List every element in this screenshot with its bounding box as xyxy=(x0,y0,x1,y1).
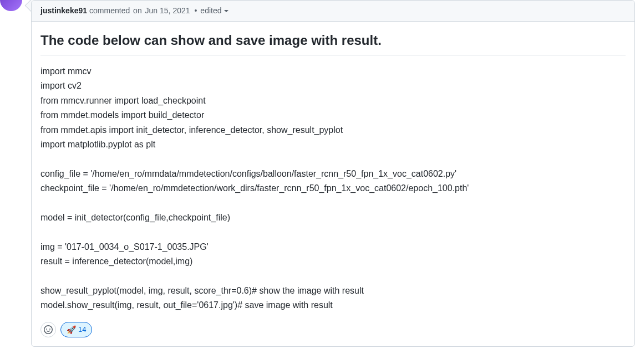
chevron-down-icon xyxy=(224,10,228,12)
rocket-reaction-count: 14 xyxy=(78,325,86,334)
edited-dropdown[interactable]: edited xyxy=(200,5,228,17)
comment-date[interactable]: Jun 15, 2021 xyxy=(145,6,190,15)
comment-title: The code below can show and save image w… xyxy=(40,30,626,55)
comment-body: The code below can show and save image w… xyxy=(32,22,634,346)
add-reaction-button[interactable] xyxy=(40,322,56,337)
avatar[interactable] xyxy=(0,0,22,11)
code-block: import mmcv import cv2 from mmcv.runner … xyxy=(40,64,626,313)
comment-author-link[interactable]: justinkeke91 xyxy=(40,5,87,17)
reactions-bar: 🚀 14 xyxy=(40,322,626,337)
comment-header: justinkeke91 commented on Jun 15, 2021 •… xyxy=(32,1,634,22)
rocket-icon: 🚀 xyxy=(67,325,76,334)
comment-container: justinkeke91 commented on Jun 15, 2021 •… xyxy=(31,0,635,347)
smiley-icon xyxy=(44,325,53,334)
comment-action-text: commented on Jun 15, 2021 • xyxy=(89,5,199,17)
rocket-reaction-button[interactable]: 🚀 14 xyxy=(60,322,92,337)
